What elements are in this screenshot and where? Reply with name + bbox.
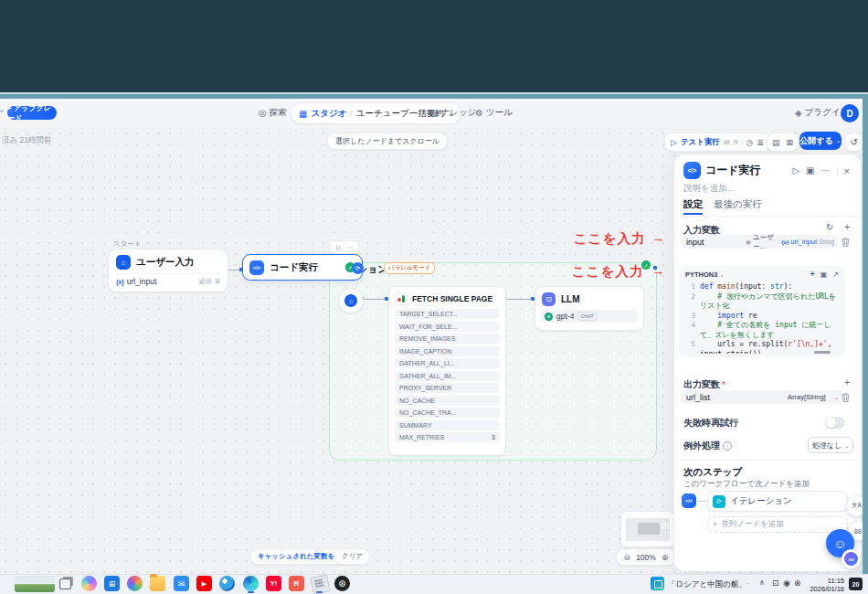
next-step-node-card[interactable]: ⟳ イテレーション <box>707 491 848 512</box>
fetch-param-row[interactable]: IMAGE_CAPTION <box>395 346 500 356</box>
code-execution-node[interactable]: </> コード実行 ✓ <box>242 254 363 281</box>
iteration-start-node[interactable]: ⌂ <box>338 288 364 313</box>
checklist-icon[interactable]: ≣ <box>757 138 764 147</box>
nav-tools-label: ツール <box>486 107 513 119</box>
panel-title: コード実行 <box>705 163 761 178</box>
mail-icon[interactable]: ✉ <box>174 576 189 591</box>
expand-icon[interactable]: ↗ <box>832 270 839 279</box>
fetch-param-row[interactable]: GATHER_ALL_LI... <box>395 358 500 368</box>
ai-generate-icon[interactable]: + <box>810 270 814 279</box>
preview-icon[interactable]: ▤ <box>772 138 780 147</box>
trash-icon[interactable] <box>841 392 851 403</box>
input-var-name-field[interactable]: input <box>681 235 750 249</box>
fetch-param-row[interactable]: GATHER_ALL_IM... <box>395 371 500 381</box>
tab-settings[interactable]: 設定 <box>683 198 703 211</box>
panel-docs-icon[interactable]: ▣ <box>806 165 814 175</box>
photos-icon[interactable] <box>127 576 143 591</box>
panel-description-placeholder[interactable]: 説明を追加... <box>683 183 735 195</box>
fetch-param-row[interactable]: REMOVE_IMAGES <box>395 334 500 344</box>
fetch-param-row[interactable]: WAIT_FOR_SELE... <box>395 322 500 332</box>
taskbar-clock[interactable]: 11:15 2026/01/16 <box>806 577 844 593</box>
scroll-to-node-tooltip[interactable]: 選択したノードまでスクロール <box>327 133 448 150</box>
clock-date: 2026/01/16 <box>806 585 844 593</box>
trash-icon[interactable] <box>841 237 851 248</box>
refresh-icon[interactable]: ↻ <box>826 222 833 232</box>
task-view-icon[interactable] <box>58 576 73 591</box>
yahoo-japan-icon[interactable]: RY! <box>266 576 281 591</box>
file-explorer-icon[interactable] <box>150 576 165 591</box>
news-headline[interactable]: 「ロシアと中国の船、う... <box>668 579 748 590</box>
zoom-level[interactable]: 100% <box>636 553 656 562</box>
code-scrollbar-thumb[interactable] <box>814 351 831 354</box>
panel-run-icon[interactable]: ▷ <box>792 165 799 175</box>
tray-icon-2[interactable]: ◉ <box>783 578 790 588</box>
nav-explore[interactable]: ◎ 探索 <box>259 107 287 119</box>
schedule-icon[interactable]: ◷ <box>746 138 754 147</box>
zoom-in-icon[interactable]: ⊕ <box>662 553 669 562</box>
nav-knowledge[interactable]: ▤ ナレッジ <box>429 107 476 119</box>
workspace-chevron-icon[interactable]: ⌄ <box>0 103 5 115</box>
zoom-control[interactable]: ⊖ 100% ⊕ <box>616 548 676 566</box>
zoom-out-icon[interactable]: ⊖ <box>624 553 631 562</box>
code-editor-block[interactable]: PYTHON3 ⌄ + ▣ ↗ 1def main(input: str):2 … <box>679 266 845 356</box>
fetch-param-row[interactable]: NO_CACHE <box>395 396 500 406</box>
fetch-param-row[interactable]: SUMMARY <box>395 420 500 430</box>
robot-float-button[interactable]: oo <box>842 549 861 568</box>
more-icon[interactable]: ⋯ <box>346 244 353 251</box>
publish-button[interactable]: 公開する ⌄ <box>799 132 842 150</box>
test-run-bar[interactable]: ▷ テスト実行 alt R ◷ ≣ <box>664 133 770 152</box>
fetch-param-row[interactable]: TARGET_SELECT... <box>395 309 500 319</box>
compass-icon: ◎ <box>259 108 267 118</box>
panel-close-icon[interactable]: × <box>844 165 850 176</box>
user-input-node[interactable]: ⌂ ユーザー入力 {x} url_input 必須 ☰ <box>108 249 228 292</box>
copy-icon[interactable]: ▣ <box>820 270 828 279</box>
exception-select[interactable]: 処理なし ⌄ <box>808 437 853 453</box>
clear-button[interactable]: クリア <box>334 548 370 565</box>
play-icon[interactable]: ▷ <box>336 244 341 251</box>
retry-toggle[interactable] <box>825 417 845 429</box>
copilot-icon[interactable] <box>81 576 97 591</box>
input-var-source-field[interactable]: ◉ ユーザー... / {x} url_input String <box>742 235 838 249</box>
output-var-name-field[interactable]: url_list <box>681 390 792 404</box>
red-app-icon[interactable]: R <box>289 576 304 591</box>
output-var-type-select[interactable]: Array[String] ⌄ <box>784 390 842 404</box>
fetch-single-page-node[interactable]: FETCH SINGLE PAGE TARGET_SELECT... WAIT_… <box>388 286 506 456</box>
code-editor-content[interactable]: 1def main(input: str):2 # 改行やカンマで区切られたUR… <box>679 281 845 354</box>
nav-tools[interactable]: ⚙ ツール <box>475 107 513 119</box>
microsoft-store-icon[interactable]: ⊞ <box>104 576 120 591</box>
tray-icon-1[interactable]: ⊡ <box>772 578 779 588</box>
edge-icon[interactable] <box>243 576 259 591</box>
upgrade-button[interactable]: + アップグレード <box>7 106 57 120</box>
studio-icon: ▦ <box>299 109 307 119</box>
notification-badge[interactable]: 20 <box>849 578 863 590</box>
panel-more-icon[interactable]: ⋯ <box>821 165 831 175</box>
fetch-param-row[interactable]: PROXY_SERVER <box>395 383 500 393</box>
minimap[interactable] <box>620 511 675 547</box>
history-button[interactable]: ↺ <box>845 133 863 152</box>
test-run-label[interactable]: テスト実行 <box>681 137 720 148</box>
shortcut-icon[interactable]: ⊠ <box>786 138 793 147</box>
code-lang-label[interactable]: PYTHON3 <box>685 270 717 279</box>
chatgpt-icon[interactable]: ⊛ <box>334 576 350 591</box>
fetch-param-row[interactable]: MAX_RETRIES 3 <box>395 432 500 442</box>
tray-icon-3[interactable]: ⊗ <box>794 578 801 588</box>
add-input-var-icon[interactable]: + <box>844 221 850 232</box>
add-parallel-node-button[interactable]: + 並列ノードを追加 <box>707 516 848 533</box>
lang-chevron-icon[interactable]: ⌄ <box>719 271 724 278</box>
widgets-news-icon[interactable] <box>651 577 664 590</box>
llm-node[interactable]: ⊡ LLM ⊛ gpt-4 CHAT <box>535 286 644 331</box>
tools-icon: ⚙ <box>475 108 483 118</box>
code-node-toolbar[interactable]: ▷ ⋯ <box>330 240 359 254</box>
avatar[interactable]: D <box>841 104 859 122</box>
weather-widget[interactable] <box>15 576 55 592</box>
canvas-tools-group[interactable]: ▤ ⊠ <box>767 133 799 152</box>
add-output-var-icon[interactable]: + <box>844 377 850 387</box>
tray-expand-icon[interactable]: ∧ <box>759 578 765 587</box>
nav-studio-label[interactable]: スタジオ <box>311 108 346 120</box>
iteration-node-icon[interactable]: ⟳ <box>352 262 364 274</box>
fetch-param-row[interactable]: NO_CACHE_TRA... <box>395 408 500 418</box>
browser-icon[interactable] <box>219 576 235 591</box>
tab-last-run[interactable]: 最後の実行 <box>714 198 762 211</box>
play-icon[interactable]: ▷ <box>671 138 677 147</box>
youtube-icon[interactable]: ▶ <box>196 576 212 591</box>
